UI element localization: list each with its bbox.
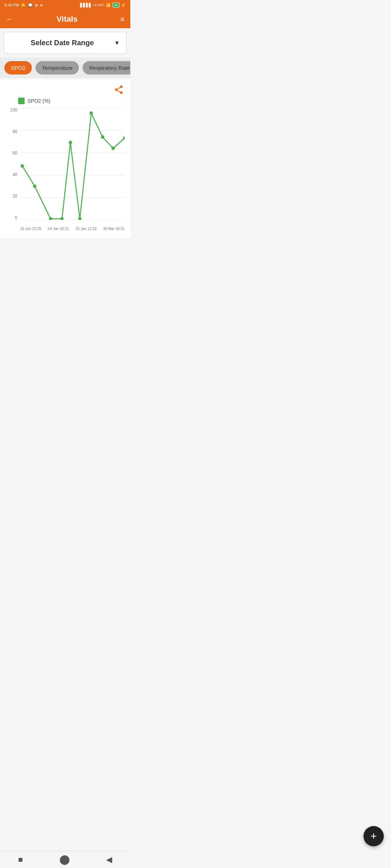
back-button[interactable]: ← xyxy=(6,14,14,24)
status-bar: 8:40 PM 🔔 💬 ⊕ ➤ · ▋▋▋▋ Vo WiFi 📶 24 ⚡ xyxy=(0,0,130,10)
menu-button[interactable]: ≡ xyxy=(120,15,125,24)
status-right: ▋▋▋▋ Vo WiFi 📶 24 ⚡ xyxy=(80,3,126,8)
data-point-4 xyxy=(69,141,72,144)
svg-line-4 xyxy=(117,88,120,89)
line-chart xyxy=(22,113,125,219)
svg-line-3 xyxy=(117,90,120,92)
y-label-80: 80 xyxy=(13,129,17,134)
share-button[interactable] xyxy=(114,85,124,97)
svg-point-0 xyxy=(120,85,123,88)
data-point-5 xyxy=(78,217,81,220)
signal-icon: ▋▋▋▋ xyxy=(80,3,92,8)
status-left: 8:40 PM 🔔 💬 ⊕ ➤ · xyxy=(4,3,46,8)
legend-color-box xyxy=(18,98,25,104)
top-bar: ← Vitals ≡ xyxy=(0,10,130,28)
chart-section: SPO2 (%) 100 80 60 40 20 0 xyxy=(0,80,130,238)
x-label-1: 04 Jan 16:12 xyxy=(48,227,69,231)
data-point-6 xyxy=(89,111,93,115)
alarm-icon: 🔔 xyxy=(21,3,26,8)
chart-svg xyxy=(20,108,125,220)
x-label-2: 25 Jan 12:20 xyxy=(76,227,97,231)
data-point-8 xyxy=(112,146,115,150)
send-icon: ➤ xyxy=(40,3,43,8)
date-range-selector[interactable]: Select Date Range ▼ xyxy=(4,32,127,54)
svg-point-1 xyxy=(115,89,118,91)
data-point-7 xyxy=(101,135,104,139)
time-display: 8:40 PM xyxy=(4,3,19,7)
dot-icon: · xyxy=(45,3,46,7)
charging-icon: ⚡ xyxy=(121,3,126,8)
pocket-icon: ⊕ xyxy=(35,3,38,8)
chart-area xyxy=(20,108,125,220)
x-axis: 15 Jun 23:20 04 Jan 16:12 25 Jan 12:20 3… xyxy=(20,221,125,231)
tab-spo2[interactable]: SPO2 xyxy=(4,61,32,75)
x-label-0: 15 Jun 23:20 xyxy=(20,227,41,231)
y-label-40: 40 xyxy=(13,173,17,177)
filter-tabs: SPO2 Temperature Respiratory Rate xyxy=(0,58,130,78)
vowifi-label: Vo WiFi xyxy=(93,3,104,7)
data-point-3 xyxy=(60,217,64,220)
wifi-icon: 📶 xyxy=(106,3,111,8)
data-point-1 xyxy=(33,184,36,188)
data-point-0 xyxy=(21,164,24,168)
legend-label: SPO2 (%) xyxy=(28,98,50,104)
chart-legend: SPO2 (%) xyxy=(18,98,127,104)
tab-temperature[interactable]: Temperature xyxy=(35,61,79,75)
whatsapp-icon: 💬 xyxy=(28,3,33,8)
chart-wrapper: 100 80 60 40 20 0 xyxy=(7,108,127,231)
y-axis: 100 80 60 40 20 0 xyxy=(7,108,20,220)
y-label-20: 20 xyxy=(13,194,17,198)
date-range-label: Select Date Range xyxy=(10,39,114,47)
x-label-3: 30 Mar 16:31 xyxy=(103,227,125,231)
dropdown-arrow-icon: ▼ xyxy=(114,40,120,46)
svg-point-2 xyxy=(120,92,123,94)
y-label-60: 60 xyxy=(13,151,17,155)
y-label-100: 100 xyxy=(10,108,17,112)
page-title: Vitals xyxy=(56,14,77,24)
tab-respiratory-rate[interactable]: Respiratory Rate xyxy=(83,61,130,75)
y-label-0: 0 xyxy=(15,216,17,220)
battery-display: 24 xyxy=(112,3,119,8)
